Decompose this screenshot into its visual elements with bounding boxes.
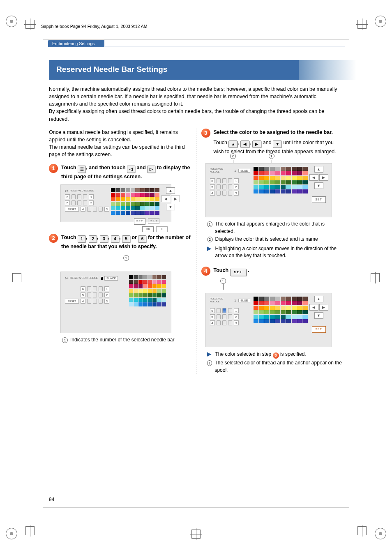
screenshot-step4: RESERVED NEEDLE 1 BLUE 61 52 43 ▲ xyxy=(205,293,332,347)
intro-para: By specifically assigning often used thr… xyxy=(49,108,343,122)
set-button[interactable]: SET xyxy=(230,269,247,276)
annotation-1: 1The color that appears enlarged is the … xyxy=(207,221,344,235)
page-frame: Embroidering Settings Reserved Needle Ba… xyxy=(43,39,349,508)
callout-1: 1 xyxy=(220,278,226,284)
step-badge-4: 4 xyxy=(201,267,210,276)
needle-4-button[interactable]: 4 xyxy=(111,235,119,243)
step3-text: Select the color to be assigned to the n… xyxy=(214,129,344,156)
crop-mark xyxy=(6,528,17,539)
settings-icon-button[interactable]: ☰ xyxy=(78,166,86,173)
right-arrow-button[interactable]: ▶ xyxy=(252,140,261,148)
annotation-1: 1 Indicates the number of the selected n… xyxy=(62,336,191,343)
registration-mark xyxy=(25,20,35,29)
running-header: Sapphire.book Page 94 Friday, August 1, … xyxy=(41,24,147,29)
needle-5-button[interactable]: 5 xyxy=(122,235,130,243)
page-title: Reserved Needle Bar Settings xyxy=(49,60,299,80)
intro-text: Normally, the machine automatically assi… xyxy=(49,85,343,123)
up-arrow-button[interactable]: ▲ xyxy=(228,140,238,148)
registration-mark xyxy=(357,526,367,535)
step4-bullet: ▶ The color selected in step 3 is specif… xyxy=(207,350,344,359)
column-divider xyxy=(196,129,196,375)
step-ref-3-icon: 3 xyxy=(273,352,279,359)
title-gradient xyxy=(299,60,356,80)
step3-bullet: ▶Highlighting a color square moves in th… xyxy=(207,245,344,260)
down-arrow-button[interactable]: ▼ xyxy=(273,140,282,148)
registration-mark xyxy=(357,20,367,29)
registration-mark xyxy=(191,530,201,539)
left-arrow-button[interactable]: ◀ xyxy=(240,140,249,148)
pretext: The manual needle bar settings can be sp… xyxy=(49,143,191,158)
annotation-2: 2Displays the color that is selected and… xyxy=(207,236,344,243)
step2-text: Touch 1, 2, 3, 4, 5 or 6 for the number … xyxy=(61,234,191,251)
step4-text: Touch SET . xyxy=(214,267,344,276)
crop-mark xyxy=(375,16,386,27)
callout-1: 1 xyxy=(269,153,274,159)
callout-1: 1 xyxy=(123,255,129,261)
pretext: Once a manual needle bar setting is spec… xyxy=(49,129,191,143)
step-badge-1: 1 xyxy=(49,164,58,173)
needle-3-button[interactable]: 3 xyxy=(100,235,108,243)
registration-mark xyxy=(371,273,380,282)
step1-text: Touch ☰, and then touch ◁ and ▷ to displ… xyxy=(61,164,191,181)
divider xyxy=(105,46,345,46)
step-badge-2: 2 xyxy=(49,234,58,243)
annotation-1: 1The selected color of thread and the an… xyxy=(207,359,344,374)
intro-para: Normally, the machine automatically assi… xyxy=(49,85,343,108)
screenshot-step1: ✄ RESERVED NEEDLE 61 52 RESET43 SETP. 3 … xyxy=(60,184,171,222)
callout-2: 2 xyxy=(230,153,236,159)
step-badge-3: 3 xyxy=(201,129,210,138)
prev-page-icon[interactable]: ◁ xyxy=(127,166,135,173)
screenshot-step3: RESERVED NEEDLE 1 BLUE 61 52 43 ▲ xyxy=(205,163,332,217)
crop-mark xyxy=(375,528,386,539)
section-tab: Embroidering Settings xyxy=(48,40,104,47)
crop-mark xyxy=(6,16,17,27)
needle-2-button[interactable]: 2 xyxy=(89,235,97,243)
registration-mark xyxy=(12,273,21,282)
registration-mark xyxy=(25,526,35,535)
page-number: 94 xyxy=(49,497,54,502)
screenshot-step2: ✄ RESERVED NEEDLE 1 BLACK 61 52 RESET43 xyxy=(60,272,171,333)
needle-1-button[interactable]: 1 xyxy=(78,235,86,243)
next-page-icon[interactable]: ▷ xyxy=(147,166,155,173)
needle-6-button[interactable]: 6 xyxy=(138,235,146,243)
